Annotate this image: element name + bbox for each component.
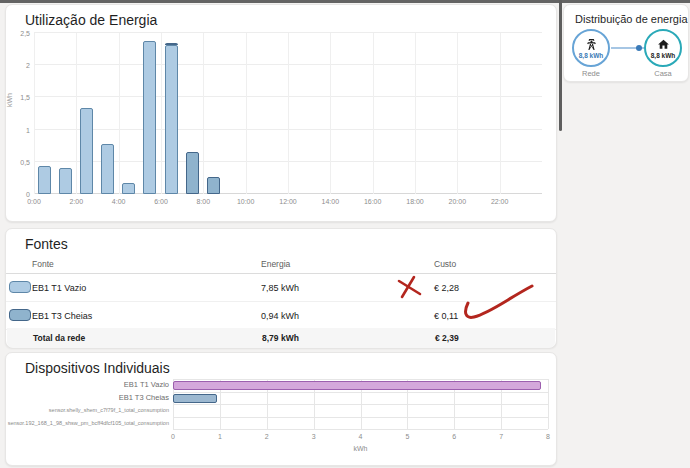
usage-x-tick: 12:00 (279, 198, 297, 205)
source-color-swatch (9, 309, 31, 321)
usage-x-tick: 10:00 (237, 198, 255, 205)
source-row: EB1 T1 Vazio7,85 kWh€ 2,28 (6, 274, 556, 302)
usage-gridline-v (34, 33, 35, 194)
usage-chart: 0:002:004:006:008:0010:0012:0014:0016:00… (34, 33, 542, 194)
devices-x-axis: 012345678 (173, 433, 548, 443)
usage-x-tick: 2:00 (70, 198, 84, 205)
usage-bar-0 (38, 166, 51, 194)
top-border (0, 0, 690, 3)
devices-gridline-h (173, 429, 548, 430)
device-labels: EB1 T1 VazioEB1 T3 Cheiassensor.shelly_s… (10, 379, 169, 429)
home-node: 8,8 kWh Casa (644, 29, 682, 78)
devices-x-tick: 6 (452, 433, 456, 440)
device-label: sensor.shelly_shem_c7f79f_1_total_consum… (49, 404, 169, 417)
devices-x-tick: 2 (265, 433, 269, 440)
sources-card: Fontes Fonte Energia Custo EB1 T1 Vazio7… (5, 228, 557, 348)
source-row: EB1 T3 Cheias0,94 kWh€ 0,11 (6, 302, 556, 330)
devices-x-tick: 4 (359, 433, 363, 440)
grid-circle[interactable]: 8,8 kWh (572, 29, 610, 67)
usage-x-tick: 4:00 (112, 198, 126, 205)
usage-y-tick: 2,5 (20, 30, 30, 37)
usage-bar-6 (165, 45, 178, 194)
devices-card-title: Dispositivos Individuais (25, 360, 170, 376)
grid-node: 8,8 kWh Rede (572, 29, 610, 78)
devices-x-axis-label: kWh (173, 445, 548, 452)
grid-energy-value: 8,8 kWh (579, 52, 604, 59)
devices-x-tick: 8 (546, 433, 550, 440)
usage-gridline-v (330, 33, 331, 194)
transmission-tower-icon (585, 38, 598, 51)
usage-bar-8 (207, 177, 220, 194)
home-circle[interactable]: 8,8 kWh (644, 29, 682, 67)
total-energy: 8,79 kWh (262, 333, 299, 343)
usage-y-tick: 1,5 (20, 94, 30, 101)
devices-gridline-h (173, 404, 548, 405)
devices-gridline-v (548, 379, 549, 429)
source-energy: 7,85 kWh (261, 283, 299, 293)
devices-chart (173, 379, 548, 429)
device-bar (173, 381, 541, 390)
source-cost: € 0,11 (434, 311, 458, 321)
usage-y-axis: 00,511,522,5 (8, 33, 32, 194)
usage-x-tick: 16:00 (364, 198, 382, 205)
usage-gridline-v (119, 33, 120, 194)
usage-bar-4 (122, 183, 135, 194)
energy-flow-dot (636, 45, 642, 51)
usage-gridline-v (457, 33, 458, 194)
devices-x-tick: 7 (499, 433, 503, 440)
usage-bar-6 (165, 43, 178, 45)
device-label: EB1 T1 Vazio (124, 379, 169, 392)
usage-gridline-v (203, 33, 204, 194)
devices-x-tick: 5 (405, 433, 409, 440)
home-node-label: Casa (644, 69, 682, 78)
source-energy: 0,94 kWh (261, 311, 299, 321)
usage-x-tick: 20:00 (449, 198, 467, 205)
usage-x-tick: 14:00 (322, 198, 340, 205)
usage-x-tick: 0:00 (27, 198, 41, 205)
usage-x-tick: 22:00 (491, 198, 509, 205)
usage-bar-5 (143, 41, 156, 194)
distribution-card-title: Distribuição de energia (575, 13, 688, 25)
header-fonte: Fonte (32, 259, 54, 269)
usage-x-tick: 8:00 (197, 198, 211, 205)
header-energia: Energia (261, 259, 290, 269)
total-label: Total da rede (33, 333, 85, 343)
scrollbar-thumb[interactable] (559, 0, 562, 131)
usage-y-tick: 0,5 (20, 158, 30, 165)
devices-gridline-h (173, 379, 548, 380)
sources-table-body: EB1 T1 Vazio7,85 kWh€ 2,28EB1 T3 Cheias0… (6, 274, 556, 330)
home-icon (657, 38, 670, 51)
usage-gridline-v (373, 33, 374, 194)
usage-bar-1 (59, 168, 72, 194)
devices-x-tick: 3 (312, 433, 316, 440)
header-custo: Custo (434, 259, 456, 269)
distribution-card: Distribuição de energia 8,8 kWh Rede 8,8… (563, 4, 689, 82)
devices-card: Dispositivos Individuais EB1 T1 VazioEB1… (5, 352, 557, 466)
usage-x-tick: 18:00 (406, 198, 424, 205)
device-label: sensor.192_168_1_98_shsw_pm_bcff4dfcf105… (8, 417, 169, 430)
usage-bar-3 (101, 144, 114, 194)
usage-card: Utilização de Energia kWh 00,511,522,5 0… (5, 4, 557, 222)
sources-total-row: Total da rede 8,79 kWh € 2,39 (7, 328, 555, 348)
usage-card-title: Utilização de Energia (25, 12, 157, 28)
source-name: EB1 T1 Vazio (32, 283, 86, 293)
usage-gridline-v (415, 33, 416, 194)
usage-gridline-v (76, 33, 77, 194)
grid-node-label: Rede (572, 69, 610, 78)
total-cost: € 2,39 (435, 333, 459, 343)
usage-gridline-v (246, 33, 247, 194)
usage-bar-7 (186, 152, 199, 194)
devices-gridline-h (173, 417, 548, 418)
usage-x-tick: 6:00 (154, 198, 168, 205)
device-bar (173, 394, 217, 403)
device-label: EB1 T3 Cheias (119, 392, 169, 405)
source-name: EB1 T3 Cheias (32, 311, 92, 321)
devices-x-tick: 1 (218, 433, 222, 440)
usage-y-tick: 0 (26, 191, 30, 198)
usage-gridline-v (500, 33, 501, 194)
usage-y-tick: 1 (26, 126, 30, 133)
usage-gridline-v (161, 33, 162, 194)
devices-gridline-h (173, 392, 548, 393)
usage-bar-2 (80, 108, 93, 194)
source-cost: € 2,28 (434, 283, 459, 293)
